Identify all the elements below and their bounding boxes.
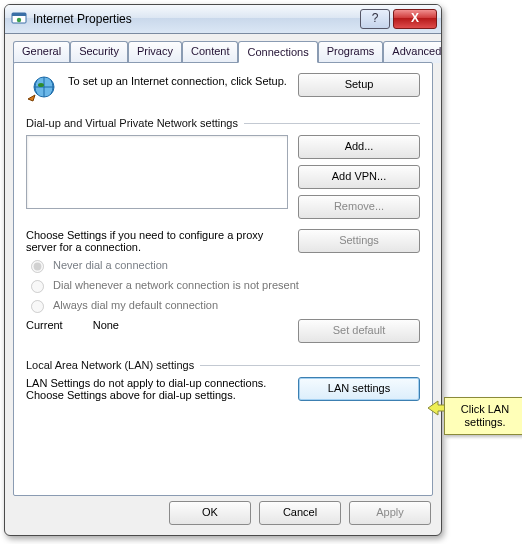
window-title: Internet Properties (33, 12, 360, 26)
cancel-button[interactable]: Cancel (259, 501, 341, 525)
radio-dial-when-no-net[interactable]: Dial whenever a network connection is no… (26, 277, 420, 293)
help-button[interactable]: ? (360, 9, 390, 29)
tab-privacy[interactable]: Privacy (128, 41, 182, 63)
dialup-listbox[interactable] (26, 135, 288, 209)
tabpanel-connections: To set up an Internet connection, click … (13, 62, 433, 496)
tab-programs[interactable]: Programs (318, 41, 384, 63)
radio-always-dial-default[interactable]: Always dial my default connection (26, 297, 420, 313)
set-default-button[interactable]: Set default (298, 319, 420, 343)
current-connection: Current None (26, 319, 288, 343)
remove-button[interactable]: Remove... (298, 195, 420, 219)
titlebar[interactable]: Internet Properties ? X (5, 5, 441, 34)
tab-advanced[interactable]: Advanced (383, 41, 442, 63)
tab-general[interactable]: General (13, 41, 70, 63)
dialog-buttons: OK Cancel Apply (169, 501, 431, 525)
intro-text: To set up an Internet connection, click … (68, 73, 288, 87)
globe-wizard-icon (26, 73, 58, 105)
instruction-callout: Click LAN settings. (444, 397, 522, 435)
internet-properties-dialog: Internet Properties ? X General Security… (4, 4, 442, 536)
close-button[interactable]: X (393, 9, 437, 29)
add-vpn-button[interactable]: Add VPN... (298, 165, 420, 189)
internet-options-icon (11, 11, 27, 27)
lan-settings-button[interactable]: LAN settings (298, 377, 420, 401)
add-button[interactable]: Add... (298, 135, 420, 159)
tab-security[interactable]: Security (70, 41, 128, 63)
setup-button[interactable]: Setup (298, 73, 420, 97)
svg-point-2 (17, 18, 21, 22)
tab-content[interactable]: Content (182, 41, 239, 63)
apply-button[interactable]: Apply (349, 501, 431, 525)
dial-settings-button[interactable]: Settings (298, 229, 420, 253)
dial-desc: Choose Settings if you need to configure… (26, 229, 288, 253)
tabstrip: General Security Privacy Content Connect… (5, 34, 441, 62)
svg-rect-1 (12, 13, 26, 16)
group-dialup-label: Dial-up and Virtual Private Network sett… (26, 117, 420, 129)
lan-desc: LAN Settings do not apply to dial-up con… (26, 377, 288, 401)
group-lan-label: Local Area Network (LAN) settings (26, 359, 420, 371)
radio-never-dial[interactable]: Never dial a connection (26, 257, 420, 273)
ok-button[interactable]: OK (169, 501, 251, 525)
svg-point-4 (38, 83, 44, 87)
tab-connections[interactable]: Connections (238, 41, 317, 63)
